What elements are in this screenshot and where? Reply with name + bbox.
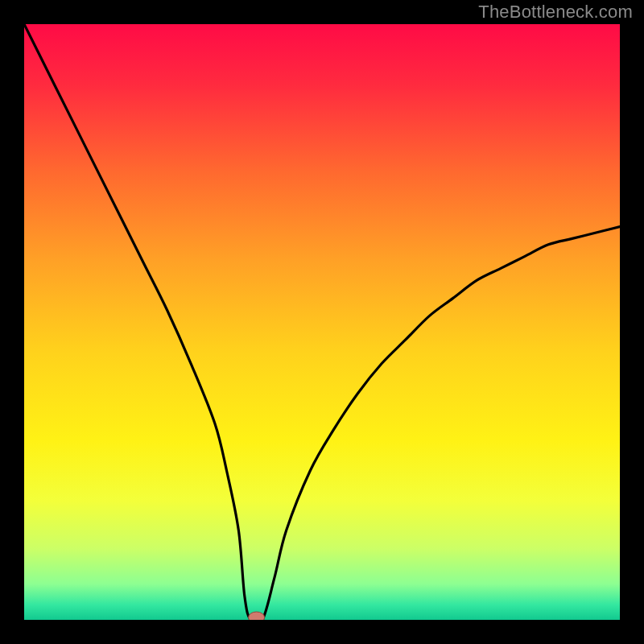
gradient-background <box>24 24 620 620</box>
chart-container: TheBottleneck.com <box>0 0 644 644</box>
watermark-text: TheBottleneck.com <box>478 2 633 23</box>
optimum-marker <box>249 612 265 620</box>
plot-area <box>24 24 620 620</box>
bottleneck-chart <box>24 24 620 620</box>
